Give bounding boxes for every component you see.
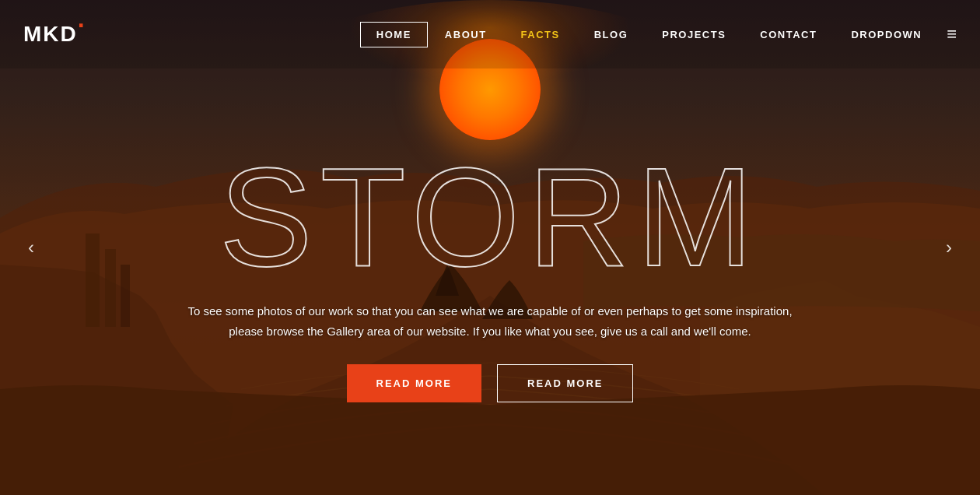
nav-item-dropdown[interactable]: DROPDOWN [834,23,939,47]
nav-link-contact[interactable]: CONTACT [743,23,834,47]
nav-link-blog[interactable]: BLOG [577,23,646,47]
nav-link-projects[interactable]: PROJECTS [645,23,743,47]
nav-links: HOME ABOUT FACTS BLOG PROJECTS CONTACT D… [360,22,939,47]
hero-subtitle: To see some photos of our work so that y… [187,301,793,341]
hero-section: MKD· HOME ABOUT FACTS BLOG PROJECTS CONT… [0,0,980,495]
hero-content: STORM To see some photos of our work so … [0,0,980,495]
hero-title: STORM [219,147,761,287]
carousel-arrow-left[interactable]: ‹ [16,232,47,263]
carousel-arrow-right[interactable]: › [933,232,964,263]
nav-item-facts[interactable]: FACTS [504,23,577,47]
nav-item-about[interactable]: ABOUT [428,23,504,47]
nav-item-contact[interactable]: CONTACT [743,23,834,47]
nav-link-about[interactable]: ABOUT [428,23,504,47]
logo-dot: · [78,11,86,39]
navbar: MKD· HOME ABOUT FACTS BLOG PROJECTS CONT… [0,0,980,68]
nav-link-facts[interactable]: FACTS [504,23,577,47]
hero-buttons: READ MORE READ MORE [347,364,634,402]
hamburger-icon[interactable]: ≡ [947,24,957,44]
nav-link-home[interactable]: HOME [360,22,428,47]
nav-item-blog[interactable]: BLOG [577,23,646,47]
logo-text: MKD [23,22,78,46]
nav-link-dropdown[interactable]: DROPDOWN [834,23,939,47]
read-more-primary-button[interactable]: READ MORE [347,364,481,402]
nav-item-projects[interactable]: PROJECTS [645,23,743,47]
logo[interactable]: MKD· [23,22,86,47]
read-more-secondary-button[interactable]: READ MORE [497,364,633,402]
nav-item-home[interactable]: HOME [360,22,428,47]
